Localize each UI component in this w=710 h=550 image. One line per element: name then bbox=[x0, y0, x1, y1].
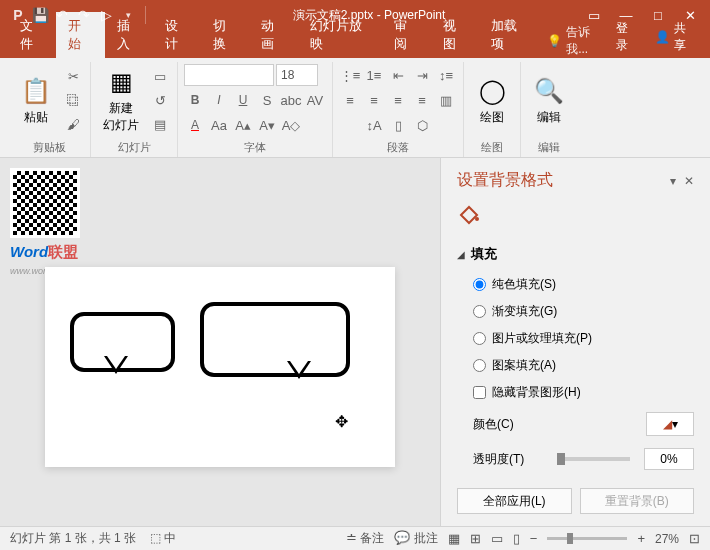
apply-all-button[interactable]: 全部应用(L) bbox=[457, 488, 572, 514]
tab-animations[interactable]: 动画 bbox=[249, 12, 297, 58]
color-row: 颜色(C) ◢ ▾ bbox=[457, 406, 694, 442]
smartart-button[interactable]: ⬡ bbox=[411, 114, 433, 136]
undo-icon[interactable]: ↶ bbox=[54, 7, 70, 23]
tab-transitions[interactable]: 切换 bbox=[201, 12, 249, 58]
indent-increase-button[interactable]: ⇥ bbox=[411, 64, 433, 86]
gradient-fill-radio[interactable]: 渐变填充(G) bbox=[457, 298, 694, 325]
editing-button[interactable]: 🔍 编辑 bbox=[527, 71, 571, 130]
new-slide-button[interactable]: ▦ 新建 幻灯片 bbox=[97, 62, 145, 138]
pattern-fill-radio[interactable]: 图案填充(A) bbox=[457, 352, 694, 379]
columns-button[interactable]: ▥ bbox=[435, 89, 457, 111]
tab-design[interactable]: 设计 bbox=[153, 12, 201, 58]
zoom-level[interactable]: 27% bbox=[655, 532, 679, 546]
slider-thumb[interactable] bbox=[557, 453, 565, 465]
svg-point-0 bbox=[475, 217, 479, 221]
qr-code-watermark bbox=[10, 168, 80, 238]
shrink-font-button[interactable]: A▾ bbox=[256, 114, 278, 136]
change-case-button[interactable]: Aa bbox=[208, 114, 230, 136]
strikethrough-button[interactable]: S bbox=[256, 89, 278, 111]
align-right-button[interactable]: ≡ bbox=[387, 89, 409, 111]
group-label-paragraph: 段落 bbox=[387, 138, 409, 157]
group-label-drawing: 绘图 bbox=[481, 138, 503, 157]
font-size-combo[interactable]: 18 bbox=[276, 64, 318, 86]
clear-format-button[interactable]: A◇ bbox=[280, 114, 302, 136]
tell-me-search[interactable]: 💡告诉我... bbox=[547, 24, 608, 58]
numbering-button[interactable]: 1≡ bbox=[363, 64, 385, 86]
format-painter-icon[interactable]: 🖌 bbox=[62, 113, 84, 135]
cut-icon[interactable]: ✂ bbox=[62, 65, 84, 87]
panel-close-icon[interactable]: ✕ bbox=[684, 174, 694, 188]
italic-button[interactable]: I bbox=[208, 89, 230, 111]
font-color-button[interactable]: A bbox=[184, 114, 206, 136]
slide-edit-area: Word联盟 www.wordlm.com ✥ bbox=[0, 158, 440, 526]
bullets-button[interactable]: ⋮≡ bbox=[339, 64, 361, 86]
save-icon[interactable]: 💾 bbox=[32, 7, 48, 23]
color-picker-button[interactable]: ◢ ▾ bbox=[646, 412, 694, 436]
speech-bubble-shape-2[interactable] bbox=[200, 302, 350, 377]
main-area: Word联盟 www.wordlm.com ✥ 设置背景格式 ▾ ✕ ◢ 填充 … bbox=[0, 158, 710, 526]
align-center-button[interactable]: ≡ bbox=[363, 89, 385, 111]
panel-title: 设置背景格式 bbox=[457, 170, 553, 191]
comments-button[interactable]: 💬 批注 bbox=[394, 530, 438, 547]
reading-view-icon[interactable]: ▭ bbox=[491, 531, 503, 546]
bold-button[interactable]: B bbox=[184, 89, 206, 111]
transparency-slider[interactable] bbox=[557, 457, 630, 461]
start-slideshow-icon[interactable]: ▷ bbox=[98, 7, 114, 23]
transparency-value[interactable]: 0% bbox=[644, 448, 694, 470]
sorter-view-icon[interactable]: ⊞ bbox=[470, 531, 481, 546]
solid-fill-radio[interactable]: 纯色填充(S) bbox=[457, 271, 694, 298]
slide-counter[interactable]: 幻灯片 第 1 张，共 1 张 bbox=[10, 530, 136, 547]
layout-icon[interactable]: ▭ bbox=[149, 65, 171, 87]
new-slide-icon: ▦ bbox=[105, 66, 137, 98]
char-spacing-button[interactable]: AV bbox=[304, 89, 326, 111]
align-left-button[interactable]: ≡ bbox=[339, 89, 361, 111]
zoom-slider[interactable] bbox=[547, 537, 627, 540]
reset-icon[interactable]: ↺ bbox=[149, 89, 171, 111]
transparency-label: 透明度(T) bbox=[473, 451, 543, 468]
qat-dropdown-icon[interactable]: ▾ bbox=[120, 7, 136, 23]
zoom-thumb[interactable] bbox=[567, 533, 573, 544]
shadow-button[interactable]: abc bbox=[280, 89, 302, 111]
quick-access-toolbar: P 💾 ↶ ↷ ▷ ▾ bbox=[0, 6, 159, 24]
fill-category-icon[interactable] bbox=[457, 201, 481, 225]
group-clipboard: 📋 粘贴 ✂ ⿻ 🖌 剪贴板 bbox=[8, 62, 91, 157]
redo-icon[interactable]: ↷ bbox=[76, 7, 92, 23]
login-button[interactable]: 登录 bbox=[608, 16, 646, 58]
speech-bubble-shape-1[interactable] bbox=[70, 312, 175, 372]
tab-review[interactable]: 审阅 bbox=[382, 12, 430, 58]
status-bar: 幻灯片 第 1 张，共 1 张 ⬚ 中 ≐ 备注 💬 批注 ▦ ⊞ ▭ ▯ − … bbox=[0, 526, 710, 550]
indent-decrease-button[interactable]: ⇤ bbox=[387, 64, 409, 86]
grow-font-button[interactable]: A▴ bbox=[232, 114, 254, 136]
format-background-panel: 设置背景格式 ▾ ✕ ◢ 填充 纯色填充(S) 渐变填充(G) 图片或纹理填充(… bbox=[440, 158, 710, 526]
text-direction-button[interactable]: ↕A bbox=[363, 114, 385, 136]
move-cursor-icon: ✥ bbox=[335, 412, 348, 431]
tab-addins[interactable]: 加载项 bbox=[479, 12, 539, 58]
line-spacing-button[interactable]: ↕≡ bbox=[435, 64, 457, 86]
justify-button[interactable]: ≡ bbox=[411, 89, 433, 111]
paste-button[interactable]: 📋 粘贴 bbox=[14, 71, 58, 130]
zoom-out-button[interactable]: − bbox=[530, 531, 538, 546]
font-name-combo[interactable] bbox=[184, 64, 274, 86]
copy-icon[interactable]: ⿻ bbox=[62, 89, 84, 111]
tab-view[interactable]: 视图 bbox=[431, 12, 479, 58]
align-text-button[interactable]: ▯ bbox=[387, 114, 409, 136]
color-label: 颜色(C) bbox=[473, 416, 543, 433]
transparency-row: 透明度(T) 0% bbox=[457, 442, 694, 476]
notes-button[interactable]: ≐ 备注 bbox=[346, 530, 385, 547]
reset-background-button: 重置背景(B) bbox=[580, 488, 695, 514]
zoom-in-button[interactable]: + bbox=[637, 531, 645, 546]
fit-to-window-button[interactable]: ⊡ bbox=[689, 531, 700, 546]
language-indicator[interactable]: ⬚ 中 bbox=[150, 530, 176, 547]
panel-dropdown-icon[interactable]: ▾ bbox=[670, 174, 676, 188]
drawing-button[interactable]: ◯ 绘图 bbox=[470, 71, 514, 130]
picture-fill-radio[interactable]: 图片或纹理填充(P) bbox=[457, 325, 694, 352]
underline-button[interactable]: U bbox=[232, 89, 254, 111]
slideshow-view-icon[interactable]: ▯ bbox=[513, 531, 520, 546]
fill-section-header[interactable]: ◢ 填充 bbox=[457, 245, 694, 263]
normal-view-icon[interactable]: ▦ bbox=[448, 531, 460, 546]
tab-slideshow[interactable]: 幻灯片放映 bbox=[298, 12, 383, 58]
hide-background-checkbox[interactable]: 隐藏背景图形(H) bbox=[457, 379, 694, 406]
share-button[interactable]: 👤共享 bbox=[647, 16, 702, 58]
slide[interactable]: ✥ bbox=[45, 267, 395, 467]
section-icon[interactable]: ▤ bbox=[149, 113, 171, 135]
